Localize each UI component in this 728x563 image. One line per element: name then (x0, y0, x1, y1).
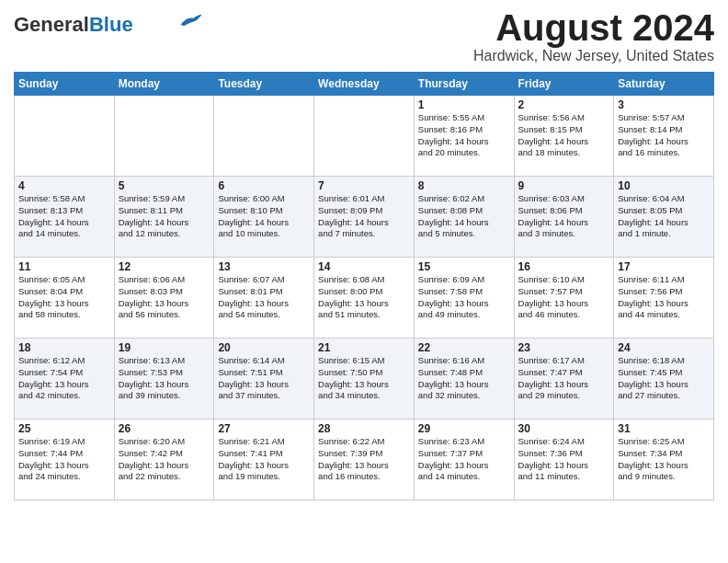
day-number: 21 (318, 341, 410, 354)
calendar-cell: 4Sunrise: 5:58 AM Sunset: 8:13 PM Daylig… (15, 177, 115, 258)
calendar-cell: 24Sunrise: 6:18 AM Sunset: 7:45 PM Dayli… (614, 339, 714, 419)
weekday-header-tuesday: Tuesday (214, 73, 314, 96)
calendar-week-row: 25Sunrise: 6:19 AM Sunset: 7:44 PM Dayli… (15, 419, 714, 500)
cell-content: Sunrise: 6:24 AM Sunset: 7:36 PM Dayligh… (518, 436, 610, 483)
cell-content: Sunrise: 6:19 AM Sunset: 7:44 PM Dayligh… (18, 436, 110, 483)
cell-content: Sunrise: 6:12 AM Sunset: 7:54 PM Dayligh… (18, 355, 110, 402)
calendar-cell: 19Sunrise: 6:13 AM Sunset: 7:53 PM Dayli… (114, 339, 214, 419)
calendar-cell: 20Sunrise: 6:14 AM Sunset: 7:51 PM Dayli… (214, 339, 314, 419)
cell-content: Sunrise: 6:25 AM Sunset: 7:34 PM Dayligh… (618, 436, 710, 483)
calendar-cell: 31Sunrise: 6:25 AM Sunset: 7:34 PM Dayli… (614, 419, 714, 500)
day-number: 2 (518, 98, 610, 111)
weekday-header-thursday: Thursday (414, 73, 514, 96)
calendar-cell: 27Sunrise: 6:21 AM Sunset: 7:41 PM Dayli… (214, 419, 314, 500)
day-number: 8 (418, 179, 510, 192)
weekday-header-friday: Friday (514, 73, 614, 96)
day-number: 20 (218, 341, 310, 354)
calendar-cell (15, 96, 115, 177)
logo: GeneralBlue (14, 15, 203, 35)
calendar-cell: 25Sunrise: 6:19 AM Sunset: 7:44 PM Dayli… (15, 419, 115, 500)
header: GeneralBlue August 2024 Hardwick, New Je… (14, 9, 714, 64)
calendar-cell: 8Sunrise: 6:02 AM Sunset: 8:08 PM Daylig… (414, 177, 514, 258)
calendar-cell: 6Sunrise: 6:00 AM Sunset: 8:10 PM Daylig… (214, 177, 314, 258)
day-number: 13 (218, 260, 310, 273)
weekday-header-sunday: Sunday (15, 73, 115, 96)
calendar-cell: 16Sunrise: 6:10 AM Sunset: 7:57 PM Dayli… (514, 258, 614, 339)
cell-content: Sunrise: 6:13 AM Sunset: 7:53 PM Dayligh… (119, 355, 210, 402)
day-number: 22 (418, 341, 510, 354)
weekday-header-monday: Monday (114, 73, 214, 96)
calendar-cell: 22Sunrise: 6:16 AM Sunset: 7:48 PM Dayli… (414, 339, 514, 419)
day-number: 6 (218, 179, 310, 192)
calendar-cell: 14Sunrise: 6:08 AM Sunset: 8:00 PM Dayli… (314, 258, 415, 339)
calendar-cell: 29Sunrise: 6:23 AM Sunset: 7:37 PM Dayli… (414, 419, 514, 500)
calendar-cell: 1Sunrise: 5:55 AM Sunset: 8:16 PM Daylig… (414, 96, 514, 177)
cell-content: Sunrise: 6:07 AM Sunset: 8:01 PM Dayligh… (218, 274, 310, 321)
calendar-cell: 18Sunrise: 6:12 AM Sunset: 7:54 PM Dayli… (15, 339, 115, 419)
cell-content: Sunrise: 6:04 AM Sunset: 8:05 PM Dayligh… (618, 193, 710, 240)
cell-content: Sunrise: 5:57 AM Sunset: 8:14 PM Dayligh… (618, 112, 710, 159)
calendar-cell: 30Sunrise: 6:24 AM Sunset: 7:36 PM Dayli… (514, 419, 614, 500)
day-number: 4 (18, 179, 110, 192)
day-number: 17 (618, 260, 710, 273)
cell-content: Sunrise: 5:55 AM Sunset: 8:16 PM Dayligh… (418, 112, 510, 159)
calendar-table: SundayMondayTuesdayWednesdayThursdayFrid… (14, 72, 714, 500)
cell-content: Sunrise: 6:11 AM Sunset: 7:56 PM Dayligh… (618, 274, 710, 321)
cell-content: Sunrise: 6:05 AM Sunset: 8:04 PM Dayligh… (18, 274, 110, 321)
day-number: 11 (18, 260, 110, 273)
calendar-week-row: 11Sunrise: 6:05 AM Sunset: 8:04 PM Dayli… (15, 258, 714, 339)
calendar-cell: 5Sunrise: 5:59 AM Sunset: 8:11 PM Daylig… (114, 177, 214, 258)
calendar-cell (114, 96, 214, 177)
calendar-week-row: 18Sunrise: 6:12 AM Sunset: 7:54 PM Dayli… (15, 339, 714, 419)
cell-content: Sunrise: 6:21 AM Sunset: 7:41 PM Dayligh… (218, 436, 310, 483)
calendar-cell: 26Sunrise: 6:20 AM Sunset: 7:42 PM Dayli… (114, 419, 214, 500)
cell-content: Sunrise: 6:01 AM Sunset: 8:09 PM Dayligh… (318, 193, 410, 240)
day-number: 23 (518, 341, 610, 354)
calendar-cell: 12Sunrise: 6:06 AM Sunset: 8:03 PM Dayli… (114, 258, 214, 339)
day-number: 18 (18, 341, 110, 354)
calendar-cell: 3Sunrise: 5:57 AM Sunset: 8:14 PM Daylig… (614, 96, 714, 177)
cell-content: Sunrise: 5:58 AM Sunset: 8:13 PM Dayligh… (18, 193, 110, 240)
day-number: 27 (218, 422, 310, 435)
day-number: 12 (119, 260, 210, 273)
calendar-cell: 2Sunrise: 5:56 AM Sunset: 8:15 PM Daylig… (514, 96, 614, 177)
day-number: 10 (618, 179, 710, 192)
cell-content: Sunrise: 6:18 AM Sunset: 7:45 PM Dayligh… (618, 355, 710, 402)
title-area: August 2024 Hardwick, New Jersey, United… (473, 9, 714, 64)
calendar-cell: 21Sunrise: 6:15 AM Sunset: 7:50 PM Dayli… (314, 339, 415, 419)
cell-content: Sunrise: 6:20 AM Sunset: 7:42 PM Dayligh… (119, 436, 210, 483)
logo-text: GeneralBlue (14, 15, 133, 35)
cell-content: Sunrise: 5:59 AM Sunset: 8:11 PM Dayligh… (119, 193, 210, 240)
cell-content: Sunrise: 6:06 AM Sunset: 8:03 PM Dayligh… (119, 274, 210, 321)
day-number: 31 (618, 422, 710, 435)
calendar-cell: 28Sunrise: 6:22 AM Sunset: 7:39 PM Dayli… (314, 419, 415, 500)
day-number: 28 (318, 422, 410, 435)
day-number: 3 (618, 98, 710, 111)
day-number: 25 (18, 422, 110, 435)
weekday-header-saturday: Saturday (614, 73, 714, 96)
calendar-cell: 11Sunrise: 6:05 AM Sunset: 8:04 PM Dayli… (15, 258, 115, 339)
day-number: 30 (518, 422, 610, 435)
day-number: 9 (518, 179, 610, 192)
calendar-week-row: 1Sunrise: 5:55 AM Sunset: 8:16 PM Daylig… (15, 96, 714, 177)
calendar-cell: 7Sunrise: 6:01 AM Sunset: 8:09 PM Daylig… (314, 177, 415, 258)
cell-content: Sunrise: 6:15 AM Sunset: 7:50 PM Dayligh… (318, 355, 410, 402)
day-number: 16 (518, 260, 610, 273)
cell-content: Sunrise: 6:14 AM Sunset: 7:51 PM Dayligh… (218, 355, 310, 402)
cell-content: Sunrise: 6:16 AM Sunset: 7:48 PM Dayligh… (418, 355, 510, 402)
day-number: 29 (418, 422, 510, 435)
day-number: 7 (318, 179, 410, 192)
cell-content: Sunrise: 6:03 AM Sunset: 8:06 PM Dayligh… (518, 193, 610, 240)
calendar-cell: 9Sunrise: 6:03 AM Sunset: 8:06 PM Daylig… (514, 177, 614, 258)
weekday-header-row: SundayMondayTuesdayWednesdayThursdayFrid… (15, 73, 714, 96)
cell-content: Sunrise: 6:09 AM Sunset: 7:58 PM Dayligh… (418, 274, 510, 321)
month-title: August 2024 (473, 9, 714, 46)
location-title: Hardwick, New Jersey, United States (473, 48, 714, 64)
calendar-cell: 15Sunrise: 6:09 AM Sunset: 7:58 PM Dayli… (414, 258, 514, 339)
cell-content: Sunrise: 6:02 AM Sunset: 8:08 PM Dayligh… (418, 193, 510, 240)
day-number: 26 (119, 422, 210, 435)
day-number: 24 (618, 341, 710, 354)
calendar-cell: 10Sunrise: 6:04 AM Sunset: 8:05 PM Dayli… (614, 177, 714, 258)
calendar-cell (214, 96, 314, 177)
day-number: 14 (318, 260, 410, 273)
